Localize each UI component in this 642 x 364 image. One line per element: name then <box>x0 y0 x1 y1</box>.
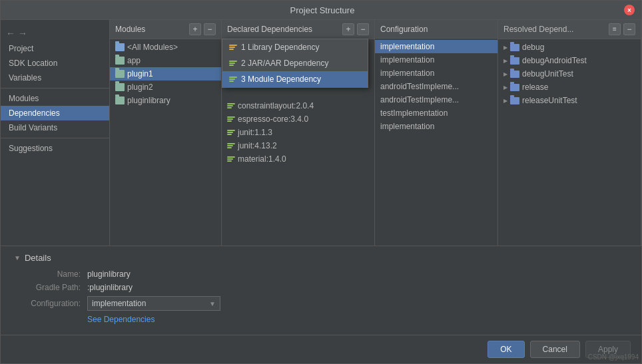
dep-icon <box>229 61 237 66</box>
config-panel-header: Configuration <box>375 20 497 39</box>
add-dependency-dropdown: 1 Library Dependency 2 JAR/AAR Dependenc… <box>222 39 368 88</box>
dep-junit4132[interactable]: junit:4.13.2 <box>222 139 374 152</box>
chevron-right-icon: ▶ <box>503 85 507 91</box>
sidebar-item-project[interactable]: Project <box>1 41 109 56</box>
details-title: Details <box>25 253 51 263</box>
watermark: CSDN @jxq1994 <box>588 353 639 361</box>
resolved-debugunittest[interactable]: ▶ debugUnitTest <box>498 67 641 81</box>
dep-icon <box>227 116 235 122</box>
sidebar-divider-2 <box>1 138 109 138</box>
dropdown-arrow-icon: ▼ <box>209 300 216 307</box>
resolved-panel-title: Resolved Depend... <box>503 25 573 34</box>
nav-forward-button[interactable]: → <box>18 28 27 39</box>
detail-config-row: Configuration: implementation ▼ <box>14 296 628 311</box>
sidebar-item-build-variants[interactable]: Build Variants <box>1 120 109 135</box>
chevron-right-icon: ▶ <box>503 45 507 51</box>
nav-arrows: ← → <box>1 25 109 41</box>
config-panel-title: Configuration <box>380 25 428 34</box>
folder-android-icon <box>115 57 125 65</box>
config-impl3[interactable]: implementation <box>375 67 497 80</box>
config-testimpl[interactable]: testImplementation <box>375 106 497 120</box>
details-triangle-icon: ▼ <box>14 254 21 262</box>
dep-icon <box>227 130 235 135</box>
folder-icon <box>510 84 519 91</box>
dep-icon <box>227 103 235 108</box>
folder-icon <box>510 97 519 104</box>
library-dep-option[interactable]: 1 Library Dependency <box>222 39 368 55</box>
config-androidtest1[interactable]: androidTestImpleme... <box>375 80 497 93</box>
folder-icon <box>115 43 125 51</box>
resolved-list: ▶ debug ▶ debugAndroidTest ▶ debugUnitTe… <box>498 39 641 246</box>
details-content: Name: pluginlibrary Gradle Path: :plugin… <box>14 270 628 328</box>
config-impl1[interactable]: implementation <box>375 40 497 53</box>
resolved-debugandroidtest[interactable]: ▶ debugAndroidTest <box>498 54 641 67</box>
modules-remove-button[interactable]: − <box>204 23 216 35</box>
dep-icon <box>227 143 235 148</box>
resolved-panel: Resolved Depend... ≡ − ▶ debug ▶ <box>498 20 641 246</box>
cancel-button[interactable]: Cancel <box>530 341 580 358</box>
config-dropdown[interactable]: implementation ▼ <box>87 296 220 311</box>
nav-back-button[interactable]: ← <box>6 28 15 39</box>
declared-panel-title: Declared Dependencies <box>227 25 312 34</box>
footer: OK Cancel Apply CSDN @jxq1994 <box>1 335 641 363</box>
dep-icon <box>229 77 237 82</box>
dep-icon <box>229 45 237 50</box>
sidebar-item-modules[interactable]: Modules <box>1 91 109 106</box>
module-app[interactable]: app <box>110 54 221 67</box>
dep-espresso[interactable]: espresso-core:3.4.0 <box>222 112 374 126</box>
module-plugin2[interactable]: plugin2 <box>110 81 221 94</box>
module-plugin1[interactable]: plugin1 <box>110 67 221 81</box>
config-label: Configuration: <box>14 299 87 308</box>
gradle-path-value: :pluginlibrary <box>87 283 133 292</box>
config-list: implementation implementation implementa… <box>375 39 497 246</box>
config-impl2[interactable]: implementation <box>375 53 497 67</box>
sidebar-item-suggestions[interactable]: Suggestions <box>1 141 109 156</box>
resolved-release[interactable]: ▶ release <box>498 81 641 94</box>
name-value: pluginlibrary <box>87 270 131 279</box>
dep-icon <box>227 156 235 162</box>
folder-android-icon <box>115 83 125 91</box>
declared-panel-actions: + − <box>342 23 369 35</box>
main-content: ← → Project SDK Location Variables Modul… <box>1 20 641 246</box>
resolved-minimize-button[interactable]: − <box>623 23 635 35</box>
dep-constraintlayout[interactable]: constraintlayout:2.0.4 <box>222 99 374 112</box>
modules-panel-actions: + − <box>189 23 216 35</box>
resolved-debug[interactable]: ▶ debug <box>498 41 641 54</box>
config-androidtest2[interactable]: androidTestImpleme... <box>375 93 497 106</box>
config-panel: Configuration implementation implementat… <box>375 20 498 246</box>
center-area: Modules + − <All Modules> app <box>110 20 641 246</box>
modules-panel-header: Modules + − <box>110 20 221 39</box>
declared-list: constraintlayout:2.0.4 espresso-core:3.4… <box>222 98 374 246</box>
details-header: ▼ Details <box>14 253 628 263</box>
chevron-right-icon: ▶ <box>503 58 507 64</box>
resolved-releaseunittest[interactable]: ▶ releaseUnitTest <box>498 94 641 107</box>
sidebar-item-dependencies[interactable]: Dependencies <box>1 106 109 120</box>
config-impl4[interactable]: implementation <box>375 120 497 133</box>
module-pluginlibrary[interactable]: pluginlibrary <box>110 94 221 107</box>
folder-android-icon <box>115 70 125 78</box>
folder-icon <box>510 57 519 65</box>
title-bar: Project Structure × <box>1 1 641 20</box>
modules-panel-title: Modules <box>115 25 145 34</box>
modules-add-button[interactable]: + <box>189 23 201 35</box>
declared-add-button[interactable]: + <box>342 23 354 35</box>
folder-icon <box>510 44 519 51</box>
module-dep-option[interactable]: 3 Module Dependency <box>222 71 368 87</box>
modules-list: <All Modules> app plugin1 plugin2 <box>110 39 221 246</box>
name-label: Name: <box>14 270 87 279</box>
resolved-sort-button[interactable]: ≡ <box>609 23 621 35</box>
sidebar-item-variables[interactable]: Variables <box>1 71 109 85</box>
module-all-modules[interactable]: <All Modules> <box>110 41 221 54</box>
see-dependencies-link[interactable]: See Dependencies <box>87 315 155 324</box>
close-button[interactable]: × <box>624 5 635 15</box>
sidebar-item-sdk-location[interactable]: SDK Location <box>1 56 109 71</box>
jar-dep-option[interactable]: 2 JAR/AAR Dependency <box>222 55 368 71</box>
chevron-right-icon: ▶ <box>503 98 507 104</box>
resolved-panel-header: Resolved Depend... ≡ − <box>498 20 641 39</box>
gradle-path-label: Gradle Path: <box>14 283 87 292</box>
ok-button[interactable]: OK <box>487 341 524 358</box>
detail-gradle-row: Gradle Path: :pluginlibrary <box>14 283 628 292</box>
declared-remove-button[interactable]: − <box>357 23 369 35</box>
dep-junit113[interactable]: junit:1.1.3 <box>222 126 374 139</box>
dep-material[interactable]: material:1.4.0 <box>222 152 374 166</box>
